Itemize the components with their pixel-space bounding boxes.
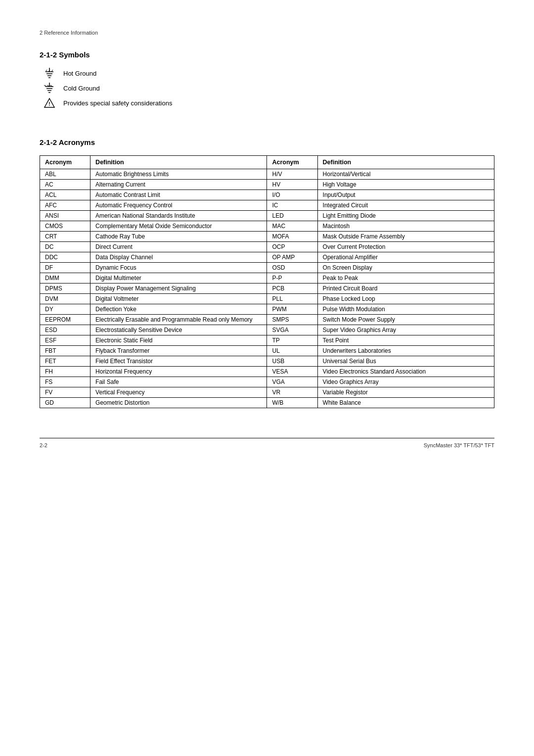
left-acronym: DC <box>40 242 90 252</box>
col-header-def2: Definition <box>317 156 494 169</box>
left-acronym: ACL <box>40 190 90 200</box>
symbol-hot-ground: Hot Ground <box>40 68 494 79</box>
left-definition: Digital Multimeter <box>90 273 267 284</box>
left-definition: Automatic Brightness Limits <box>90 169 267 180</box>
col-header-def1: Definition <box>90 156 267 169</box>
right-definition: Universal Serial Bus <box>317 356 494 367</box>
left-definition: Direct Current <box>90 242 267 252</box>
right-definition: Peak to Peak <box>317 273 494 284</box>
left-acronym: DF <box>40 263 90 273</box>
right-definition: Super Video Graphics Array <box>317 325 494 335</box>
left-acronym: ANSI <box>40 211 90 221</box>
table-row: DDC Data Display Channel OP AMP Operatio… <box>40 252 494 263</box>
symbols-title: 2-1-2 Symbols <box>40 50 494 59</box>
table-row: CMOS Complementary Metal Oxide Semicondu… <box>40 221 494 232</box>
left-definition: Alternating Current <box>90 180 267 190</box>
left-acronym: DDC <box>40 252 90 263</box>
table-row: FH Horizontal Frequency VESA Video Elect… <box>40 367 494 377</box>
table-row: GD Geometric Distortion W/B White Balanc… <box>40 398 494 408</box>
right-definition: Over Current Protection <box>317 242 494 252</box>
right-definition: Operational Amplifier <box>317 252 494 263</box>
table-row: DVM Digital Voltmeter PLL Phase Locked L… <box>40 294 494 304</box>
right-definition: Macintosh <box>317 221 494 232</box>
right-definition: Video Electronics Standard Association <box>317 367 494 377</box>
left-acronym: FH <box>40 367 90 377</box>
left-definition: Display Power Management Signaling <box>90 284 267 294</box>
symbol-safety: ! Provides special safety considerations <box>40 97 494 108</box>
right-acronym: LED <box>267 211 317 221</box>
table-row: DY Deflection Yoke PWM Pulse Width Modul… <box>40 304 494 315</box>
right-acronym: PCB <box>267 284 317 294</box>
right-definition: Light Emitting Diode <box>317 211 494 221</box>
left-acronym: EEPROM <box>40 315 90 325</box>
left-definition: Dynamic Focus <box>90 263 267 273</box>
left-acronym: CRT <box>40 232 90 242</box>
right-acronym: UL <box>267 346 317 356</box>
col-header-acronym2: Acronym <box>267 156 317 169</box>
table-row: FET Field Effect Transistor USB Universa… <box>40 356 494 367</box>
left-acronym: DVM <box>40 294 90 304</box>
right-definition: Phase Locked Loop <box>317 294 494 304</box>
right-definition: White Balance <box>317 398 494 408</box>
hot-ground-icon <box>40 68 59 79</box>
acronyms-table: Acronym Definition Acronym Definition AB… <box>40 155 494 408</box>
right-definition: Horizontal/Vertical <box>317 169 494 180</box>
right-definition: Video Graphics Array <box>317 377 494 387</box>
table-row: ESD Electrostatically Sensitive Device S… <box>40 325 494 335</box>
right-definition: Switch Mode Power Supply <box>317 315 494 325</box>
right-acronym: SVGA <box>267 325 317 335</box>
left-definition: Field Effect Transistor <box>90 356 267 367</box>
left-acronym: FBT <box>40 346 90 356</box>
table-row: EEPROM Electrically Erasable and Program… <box>40 315 494 325</box>
right-acronym: VESA <box>267 367 317 377</box>
left-acronym: AFC <box>40 200 90 211</box>
right-acronym: OSD <box>267 263 317 273</box>
left-acronym: FS <box>40 377 90 387</box>
table-row: ABL Automatic Brightness Limits H/V Hori… <box>40 169 494 180</box>
right-definition: Integrated Circuit <box>317 200 494 211</box>
left-acronym: GD <box>40 398 90 408</box>
left-definition: Flyback Transformer <box>90 346 267 356</box>
right-acronym: H/V <box>267 169 317 180</box>
right-acronym: VGA <box>267 377 317 387</box>
right-acronym: P-P <box>267 273 317 284</box>
warning-icon: ! <box>40 97 59 108</box>
left-definition: Complementary Metal Oxide Semiconductor <box>90 221 267 232</box>
left-definition: Horizontal Frequency <box>90 367 267 377</box>
left-definition: Fail Safe <box>90 377 267 387</box>
left-acronym: FET <box>40 356 90 367</box>
left-definition: Electronic Static Field <box>90 335 267 346</box>
cold-ground-icon <box>40 83 59 94</box>
right-definition: Variable Registor <box>317 387 494 398</box>
right-acronym: OP AMP <box>267 252 317 263</box>
left-definition: American National Standards Institute <box>90 211 267 221</box>
left-definition: Data Display Channel <box>90 252 267 263</box>
left-definition: Geometric Distortion <box>90 398 267 408</box>
footer-page-number: 2-2 <box>40 442 47 448</box>
left-acronym: ABL <box>40 169 90 180</box>
hot-ground-label: Hot Ground <box>63 70 96 77</box>
right-acronym: MOFA <box>267 232 317 242</box>
symbol-cold-ground: Cold Ground <box>40 83 494 94</box>
left-definition: Cathode Ray Tube <box>90 232 267 242</box>
left-acronym: CMOS <box>40 221 90 232</box>
cold-ground-label: Cold Ground <box>63 85 100 92</box>
left-acronym: FV <box>40 387 90 398</box>
right-acronym: PLL <box>267 294 317 304</box>
table-row: DF Dynamic Focus OSD On Screen Display <box>40 263 494 273</box>
right-acronym: W/B <box>267 398 317 408</box>
svg-text:!: ! <box>48 101 50 107</box>
left-definition: Automatic Contrast Limit <box>90 190 267 200</box>
right-definition: High Voltage <box>317 180 494 190</box>
left-acronym: DPMS <box>40 284 90 294</box>
table-row: ACL Automatic Contrast Limit I/O Input/O… <box>40 190 494 200</box>
acronyms-title: 2-1-2 Acronyms <box>40 138 494 146</box>
left-acronym: DMM <box>40 273 90 284</box>
safety-label: Provides special safety considerations <box>63 99 172 107</box>
right-definition: Mask Outside Frame Assembly <box>317 232 494 242</box>
acronyms-section: 2-1-2 Acronyms Acronym Definition Acrony… <box>40 138 494 408</box>
left-definition: Vertical Frequency <box>90 387 267 398</box>
right-acronym: IC <box>267 200 317 211</box>
right-acronym: SMPS <box>267 315 317 325</box>
right-definition: Test Point <box>317 335 494 346</box>
